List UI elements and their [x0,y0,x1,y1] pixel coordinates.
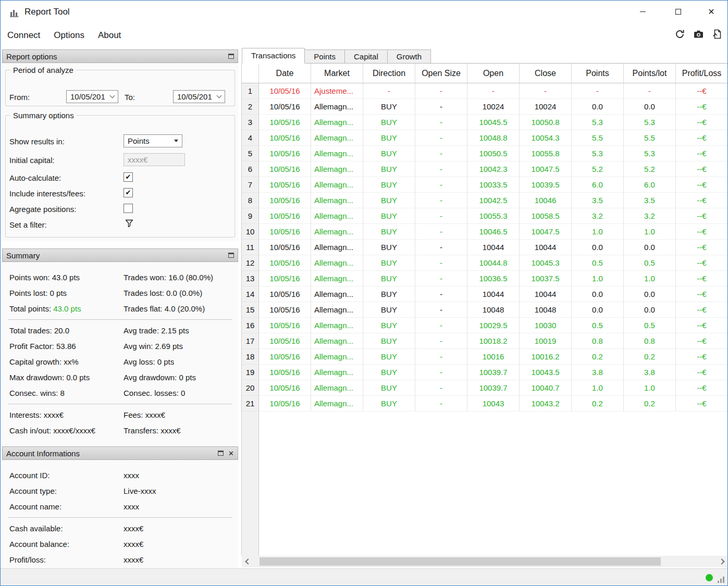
cell-market: Allemagn... [311,99,363,115]
tab-bar: TransactionsPointsCapitalGrowth [242,48,430,64]
cell-points: 3.8 [572,365,624,380]
column-header-direction[interactable]: Direction [363,64,415,83]
cell-points: 0.2 [572,396,624,412]
menu-item-connect[interactable]: Connect [1,24,47,47]
table-row[interactable]: 1310/05/16Allemagn...BUY-10036.510037.51… [242,271,728,286]
row-number: 21 [242,396,259,412]
stat-value: 0.0 pts [66,373,90,382]
cell-points: 0.5 [572,318,624,333]
window-title: Report Tool [24,7,70,17]
cell-direction: BUY [363,115,415,130]
table-row[interactable]: 210/05/16Allemagn...BUY-10024100240.00.0… [242,99,728,115]
table-row[interactable]: 2010/05/16Allemagn...BUY-10039.710040.71… [242,380,728,396]
chevron-down-icon [217,93,222,98]
tab-capital[interactable]: Capital [344,49,388,64]
table-row[interactable]: 1010/05/16Allemagn...BUY-10046.510047.51… [242,224,728,240]
stat-value: 2.15 pts [161,326,189,335]
cell-profit: --€ [676,318,728,333]
table-row[interactable]: 2110/05/16Allemagn...BUY-1004310043.20.2… [242,396,728,412]
table-row[interactable]: 710/05/16Allemagn...BUY-10033.510039.56.… [242,177,728,193]
stat-value: 20.0 [54,326,69,335]
cell-market: Allemagn... [311,396,363,412]
auto-calculate-checkbox[interactable]: ✔ [124,172,133,182]
close-panel-icon[interactable]: ✕ [228,450,234,457]
menu-item-about[interactable]: About [91,24,128,47]
resize-grip-icon[interactable] [718,577,725,583]
maximize-button[interactable] [666,1,690,22]
menu-item-options[interactable]: Options [47,24,91,47]
close-button[interactable]: ✕ [699,1,723,22]
table-row[interactable]: 1810/05/16Allemagn...BUY-1001610016.20.2… [242,349,728,365]
stat-avg-trade: Avg trade: 2.15 pts [124,326,232,335]
column-header-open-size[interactable]: Open Size [415,64,467,83]
float-panel-icon[interactable] [228,253,234,258]
cell-points-lot: - [624,83,676,99]
column-header-points-lot[interactable]: Points/lot [624,64,676,83]
cell-profit: --€ [676,255,728,271]
cell-profit: --€ [676,365,728,380]
to-date-select[interactable]: 10/05/201 [173,90,225,103]
table-row[interactable]: 910/05/16Allemagn...BUY-10055.310058.53.… [242,208,728,224]
scroll-right-icon[interactable] [719,558,724,564]
float-panel-icon[interactable] [228,54,234,59]
table-row[interactable]: 610/05/16Allemagn...BUY-10042.310047.55.… [242,161,728,177]
show-results-select[interactable]: Points [124,134,182,147]
column-header-date[interactable]: Date [259,64,311,83]
from-date-select[interactable]: 10/05/201 [66,90,118,103]
table-header-row: DateMarketDirectionOpen SizeOpenClosePoi… [242,64,728,83]
include-fees-checkbox[interactable]: ✔ [124,188,133,197]
filter-funnel-icon[interactable] [125,219,134,230]
tab-transactions[interactable]: Transactions [242,48,305,64]
column-header-close[interactable]: Close [520,64,572,83]
table-row[interactable]: 1910/05/16Allemagn...BUY-10039.710043.53… [242,365,728,380]
cell-size: - [415,99,467,115]
column-header-points[interactable]: Points [572,64,624,83]
initial-capital-input[interactable] [124,153,185,166]
table-row[interactable]: 110/05/16Ajusteme...--------€ [242,83,728,99]
float-panel-icon[interactable] [218,451,224,456]
tab-points[interactable]: Points [304,49,345,64]
horizontal-scrollbar[interactable] [242,556,728,567]
sync-button[interactable] [674,29,686,41]
row-number: 11 [242,240,259,255]
table-row[interactable]: 810/05/16Allemagn...BUY-10042.5100463.53… [242,193,728,208]
cell-profit: --€ [676,380,728,396]
stat-profit-factor: Profit Factor: 53.86 [9,342,124,351]
table-row[interactable]: 1610/05/16Allemagn...BUY-10029.5100300.5… [242,318,728,333]
cell-profit: --€ [676,99,728,115]
column-header-profit-loss[interactable]: Profit/Loss [676,64,728,83]
cell-market: Allemagn... [311,193,363,208]
scroll-left-icon[interactable] [245,558,251,564]
cell-size: - [415,318,467,333]
column-header-open[interactable]: Open [467,64,520,83]
cell-direction: BUY [363,161,415,177]
cell-points-lot: 3.2 [624,208,676,224]
minimize-button[interactable] [631,1,655,22]
screenshot-button[interactable] [693,29,705,41]
table-row[interactable]: 310/05/16Allemagn...BUY-10045.510050.85.… [242,115,728,130]
table-row[interactable]: 1410/05/16Allemagn...BUY-10044100440.00.… [242,286,728,302]
table-row[interactable]: 1510/05/16Allemagn...BUY-10048100480.00.… [242,302,728,318]
table-row[interactable]: 1710/05/16Allemagn...BUY-10018.2100190.8… [242,333,728,349]
cell-close: 10050.8 [520,115,572,130]
cell-size: - [415,240,467,255]
cell-direction: BUY [363,271,415,286]
tab-growth[interactable]: Growth [387,49,431,64]
cell-direction: BUY [363,224,415,240]
aggregate-positions-checkbox[interactable] [124,204,133,213]
to-label: To: [125,93,135,102]
export-button[interactable] [711,29,723,41]
scrollbar-thumb[interactable] [260,557,661,566]
table-row[interactable]: 510/05/16Allemagn...BUY-10050.510055.85.… [242,146,728,161]
cell-size: - [415,349,467,365]
table-row[interactable]: 1110/05/16Allemagn...BUY-10044100440.00.… [242,240,728,255]
table-row[interactable]: 1210/05/16Allemagn...BUY-10044.810045.30… [242,255,728,271]
cell-market: Allemagn... [311,380,363,396]
stat-cash-in-out: Cash in/out: xxxx€/xxxx€ [9,426,124,435]
cell-size: - [415,177,467,193]
column-header-market[interactable]: Market [311,64,363,83]
cell-close: 10037.5 [520,271,572,286]
table-row[interactable]: 410/05/16Allemagn...BUY-10048.810054.35.… [242,130,728,146]
stat-label: Consec. losses: [124,389,181,397]
cell-open: 10029.5 [467,318,520,333]
